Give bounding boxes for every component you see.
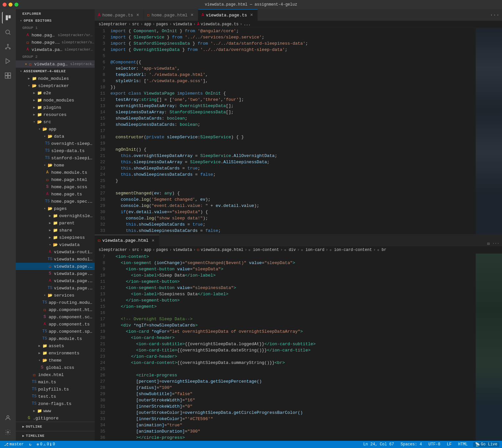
app-component-html[interactable]: ◻ app.component.html [16, 306, 95, 313]
code-content-ts[interactable]: import { Component, OnInit } from '@angu… [108, 28, 476, 234]
app-component-ts[interactable]: A app.component.ts [16, 321, 95, 328]
gitignore-file[interactable]: G .gitignore [16, 414, 95, 422]
window-controls[interactable] [3, 3, 18, 7]
tab-home-ts-close[interactable]: × [135, 12, 140, 18]
viewdata-page-html-tree[interactable]: ◻ viewdata.page.html [16, 263, 95, 270]
more-actions-icon[interactable]: ··· [492, 241, 499, 246]
environments-folder[interactable]: ▶ 📁 environments [16, 349, 95, 357]
activity-icon-debug[interactable] [2, 55, 14, 67]
error-icon: ⊗ [36, 442, 39, 447]
tab-viewdata-ts[interactable]: A viewdata.page.ts × [198, 9, 258, 21]
global-scss[interactable]: S global.scss [16, 364, 95, 371]
titlebar: viewdata.page.html — assignment-4-geluz [0, 0, 502, 9]
main-ts[interactable]: TS main.ts [16, 378, 95, 386]
status-spaces[interactable]: Spaces: 4 [399, 442, 423, 447]
activity-icon-account[interactable] [2, 412, 14, 424]
viewdata-module-ts[interactable]: TS viewdata.module.ts [16, 256, 95, 263]
vd-spec-label: viewdata.page.spec.ts [54, 286, 95, 291]
stanford-sleepiness-ts[interactable]: TS stanford-sleepiness-data.ts [16, 154, 95, 162]
home-page-scss[interactable]: S home.page.scss [16, 183, 95, 190]
outline-arrow: ▶ [22, 425, 25, 429]
top-tab-bar: A home.page.ts × ◻ home.page.html × A vi… [95, 9, 502, 21]
index-html[interactable]: ◻ index.html [16, 371, 95, 378]
viewdata-folder[interactable]: ▾ 📂 viewdata [16, 241, 95, 248]
www-folder[interactable]: ▶ 📁 www [16, 407, 95, 414]
root-folder-header[interactable]: ▾ ASSIGNMENT-4-GELUZ [16, 68, 95, 75]
sleeptracker-folder[interactable]: ▾ 📂 sleeptracker [16, 82, 95, 89]
services-folder[interactable]: ▾ 📂 services [16, 292, 95, 299]
activity-icon-search[interactable] [2, 26, 14, 38]
polyfills-ts[interactable]: TS polyfills.ts [16, 386, 95, 393]
tab-viewdata-html-bottom[interactable]: ◻ viewdata.page.html × [95, 235, 159, 246]
plugins-folder[interactable]: ▶ 📁 plugins [16, 104, 95, 111]
status-encoding[interactable]: UTF-8 [427, 442, 442, 447]
tab-bar-more[interactable]: ··· [487, 12, 502, 18]
viewdata-page-spec-tree[interactable]: TS viewdata.page.spec.ts [16, 284, 95, 292]
tab-home-html[interactable]: ◻ home.page.html × [144, 9, 198, 21]
open-editors-header[interactable]: ▾ OPEN EDITORS [16, 17, 95, 24]
overnightsleep-arrow: ▶ [47, 214, 53, 218]
tab-home-html-close[interactable]: × [189, 12, 195, 18]
svg-rect-12 [8, 73, 11, 76]
home-module-ts[interactable]: A home.module.ts [16, 169, 95, 176]
activity-icon-extensions[interactable] [2, 70, 14, 81]
home-folder[interactable]: ▾ 📂 home [16, 162, 95, 169]
status-branch[interactable]: ⎇ master [3, 442, 25, 447]
status-errors[interactable]: ⊗ 0 ⚠ 0 ℹ 0 [35, 442, 56, 447]
open-file-viewdata-ts[interactable]: A viewdata.page.ts sleeptracker/sr... [16, 46, 95, 53]
activity-icon-settings[interactable] [2, 426, 14, 438]
code-editor-html[interactable]: 7891011 1213141516 1718192021 2223242526… [95, 254, 502, 441]
theme-folder[interactable]: ▾ 📂 theme [16, 357, 95, 364]
status-live[interactable]: 📡 Go Live [473, 442, 499, 447]
src-folder[interactable]: ▾ 📂 src [16, 118, 95, 125]
sleeptracker-node-modules[interactable]: ▶ 📁 node_modules [16, 97, 95, 104]
app-component-scss[interactable]: S app.component.scss [16, 313, 95, 321]
share-folder[interactable]: ▶ 📁 share [16, 227, 95, 234]
sleep-data-ts[interactable]: TS sleep-data.ts [16, 147, 95, 154]
viewdata-routing-module[interactable]: A viewdata-routing.module... [16, 248, 95, 256]
assets-folder[interactable]: ▶ 📁 assets [16, 342, 95, 349]
app-folder[interactable]: ▾ 📂 app [16, 125, 95, 133]
home-page-ts-tree[interactable]: A home.page.ts [16, 190, 95, 198]
minimize-button[interactable] [9, 3, 12, 7]
close-button[interactable] [3, 3, 7, 7]
split-editor-icon[interactable]: ⊡ [487, 241, 490, 246]
maximize-button[interactable] [14, 3, 18, 7]
e2e-folder[interactable]: ▶ 📁 e2e [16, 89, 95, 97]
zone-flags-ts[interactable]: TS zone-flags.ts [16, 400, 95, 407]
timeline-panel[interactable]: ▶ TIMELINE [16, 431, 95, 440]
status-sync[interactable]: ↻ [28, 442, 33, 447]
status-language[interactable]: HTML [457, 442, 469, 447]
home-page-html-tree[interactable]: ◻ home.page.html [16, 176, 95, 183]
status-position[interactable]: Ln 24, Col 67 [362, 442, 395, 447]
viewdata-page-ts-tree[interactable]: A viewdata.page.ts [16, 277, 95, 284]
data-folder[interactable]: ▾ 📂 data [16, 133, 95, 140]
parent-folder[interactable]: ▶ 📁 parent [16, 219, 95, 227]
node-modules-label: node_modules [38, 76, 69, 81]
outline-panel[interactable]: ▶ OUTLINE [16, 422, 95, 431]
overnight-sleep-data-ts[interactable]: TS overnight-sleep-data.ts [16, 140, 95, 147]
activity-icon-explorer[interactable] [2, 12, 14, 24]
home-page-spec[interactable]: TS home.page.spec.ts [16, 198, 95, 205]
tab-vd-html-close[interactable]: × [151, 238, 156, 243]
open-file-viewdata-html[interactable]: ✕ ◻ viewdata.page.html sleeptracker... [16, 60, 95, 68]
status-eol[interactable]: LF [445, 442, 453, 447]
viewdata-page-scss-tree[interactable]: S viewdata.page.scss [16, 270, 95, 277]
code-editor-ts[interactable]: 12345 678910 1112131415 1617181920 21222… [95, 28, 502, 234]
test-ts[interactable]: TS test.ts [16, 393, 95, 400]
bc-ellipsis: ... [244, 22, 251, 27]
app-routing-module[interactable]: TS app-routing.module.ts [16, 299, 95, 306]
tab-home-ts[interactable]: A home.page.ts × [95, 9, 144, 21]
code-content-html[interactable]: <ion-content> <ion-segment (ionChange)="… [108, 254, 476, 441]
app-component-spec[interactable]: TS app.component.spec.ts [16, 328, 95, 335]
open-file-home-html[interactable]: ◻ home.page.html sleeptracker/src... [16, 39, 95, 46]
open-file-home-ts[interactable]: A home.page.ts sleeptracker/src/a... [16, 32, 95, 39]
sleepiness-folder[interactable]: ▶ 📁 sleepiness [16, 234, 95, 241]
activity-icon-source-control[interactable] [2, 41, 14, 53]
tab-viewdata-ts-close[interactable]: × [249, 12, 254, 18]
pages-folder[interactable]: ▾ 📂 pages [16, 205, 95, 212]
resources-folder[interactable]: ▶ 📁 resources [16, 111, 95, 118]
overnightsleep-folder[interactable]: ▶ 📁 overnightsleep [16, 212, 95, 219]
node-modules-root[interactable]: ▶ 📁 node_modules [16, 75, 95, 82]
app-module-ts[interactable]: TS app.module.ts [16, 335, 95, 342]
